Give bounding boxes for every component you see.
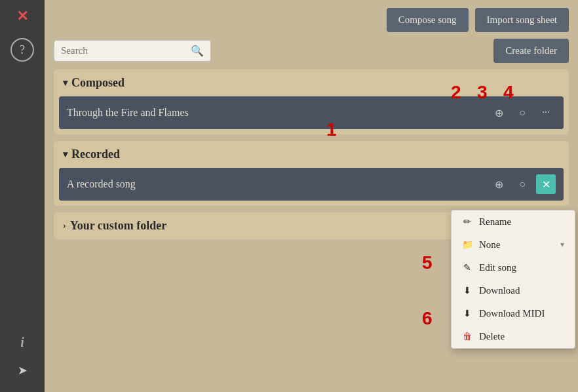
nav-arrow-icon[interactable]: ➤ [18,363,28,378]
help-icon: ? [20,43,25,57]
close-active-icon[interactable]: ✕ [536,174,556,194]
import-song-sheet-button[interactable]: Import song sheet [475,8,569,32]
song-title: Through the Fire and Flames [67,107,489,119]
section-composed: ▾ Composed Through the Fire and Flames ⊕… [54,69,569,134]
chevron-custom-icon: › [63,221,66,231]
edit-icon: ✎ [462,262,472,273]
song-item-recorded: A recorded song ⊕ ○ ✕ [59,168,564,201]
rename-icon: ✏ [462,216,472,227]
search-icon: 🔍 [191,45,204,57]
search-row: 🔍 Create folder [54,39,569,63]
section-custom-label: Your custom folder [70,219,167,233]
main-panel: Compose song Import song sheet 🔍 Create … [45,0,578,392]
song-actions: ⊕ ○ ··· [489,103,556,123]
info-icon[interactable]: i [20,335,24,350]
search-container: 🔍 [54,40,211,62]
context-download-midi[interactable]: ⬇ Download MIDI [452,302,575,325]
move-icon[interactable]: ⊕ [489,103,509,123]
chevron-composed-icon: ▾ [63,77,67,88]
create-folder-button[interactable]: Create folder [493,39,569,63]
sidebar: ✕ ? i ➤ [0,0,45,392]
delete-label: Delete [479,331,564,342]
context-delete[interactable]: 🗑 Delete [452,325,575,348]
select-circle-icon-recorded[interactable]: ○ [512,174,532,194]
context-download[interactable]: ⬇ Download [452,279,575,302]
song-item-fire-and-flames: Through the Fire and Flames ⊕ ○ ··· [59,96,564,129]
chevron-recorded-icon: ▾ [63,149,67,160]
song-title-recorded: A recorded song [67,178,489,190]
context-rename[interactable]: ✏ Rename [452,210,575,233]
section-recorded-header[interactable]: ▾ Recorded [54,141,569,168]
close-icon[interactable]: ✕ [16,8,28,25]
annotation-5: 5 [422,252,433,273]
context-edit-song[interactable]: ✎ Edit song [452,256,575,279]
compose-song-button[interactable]: Compose song [387,8,469,32]
toolbar: Compose song Import song sheet [54,8,569,32]
select-circle-icon[interactable]: ○ [512,103,532,123]
edit-song-label: Edit song [479,262,564,273]
rename-label: Rename [479,216,564,227]
context-menu: ✏ Rename 📁 None ▾ ✎ Edit song ⬇ Download… [451,210,575,349]
download-midi-label: Download MIDI [479,308,564,319]
section-recorded-label: Recorded [71,147,120,161]
section-composed-header[interactable]: ▾ Composed [54,69,569,96]
move-icon-recorded[interactable]: ⊕ [489,174,509,194]
search-input[interactable] [61,45,185,56]
song-actions-recorded: ⊕ ○ ✕ [489,174,556,194]
none-label: None [479,239,554,250]
section-recorded: ▾ Recorded A recorded song ⊕ ○ ✕ [54,141,569,206]
download-icon: ⬇ [462,285,472,296]
delete-icon: 🗑 [462,332,472,342]
folder-icon: 📁 [462,239,472,250]
download-label: Download [479,285,564,296]
sub-arrow-icon: ▾ [560,240,564,250]
more-options-icon[interactable]: ··· [536,103,556,123]
download-midi-icon: ⬇ [462,308,472,319]
section-composed-label: Composed [71,76,125,90]
annotation-6: 6 [422,308,433,329]
context-none[interactable]: 📁 None ▾ [452,233,575,256]
help-button[interactable]: ? [10,38,34,62]
